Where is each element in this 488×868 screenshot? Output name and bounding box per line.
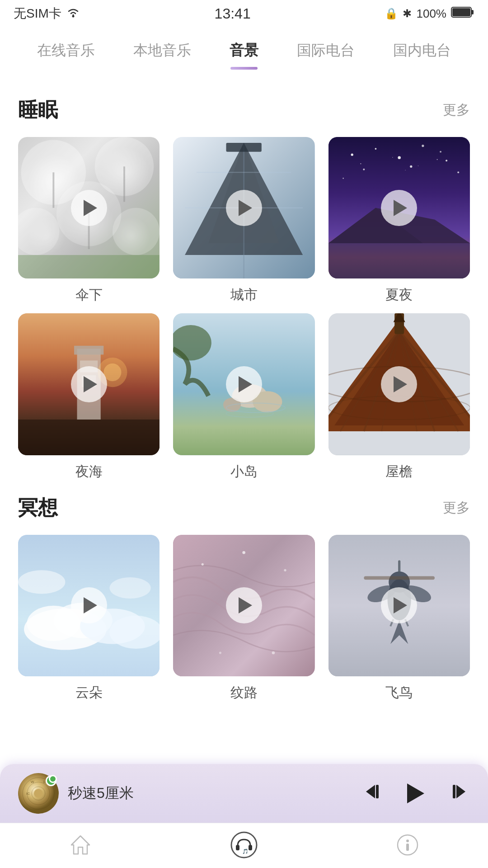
play-button-umbrella[interactable] (71, 190, 107, 226)
battery-text: 100% (416, 7, 446, 21)
label-city: 城市 (230, 286, 258, 304)
list-item-eaves[interactable]: 屋檐 (328, 313, 470, 481)
thumb-umbrella (18, 137, 160, 278)
list-item-clouds[interactable]: 云朵 (18, 535, 160, 702)
svg-rect-3 (452, 8, 470, 16)
svg-point-21 (351, 154, 353, 156)
meditation-section: 冥想 更多 (18, 495, 470, 702)
label-eaves: 屋檐 (385, 462, 413, 481)
svg-point-30 (457, 171, 459, 173)
svg-marker-96 (366, 785, 375, 798)
label-marble: 纹路 (230, 684, 258, 702)
tab-soundscape[interactable]: 音景 (221, 36, 267, 65)
svg-point-22 (375, 148, 376, 150)
tab-local-music[interactable]: 本地音乐 (124, 36, 200, 65)
meditation-section-header: 冥想 更多 (18, 495, 470, 521)
label-night-sea: 夜海 (75, 462, 103, 481)
nav-info[interactable] (396, 834, 419, 858)
label-summer-night: 夏夜 (385, 286, 413, 304)
player-title: 秒速5厘米 (68, 783, 352, 803)
main-content: 睡眠 更多 (0, 65, 488, 829)
play-button-clouds[interactable] (71, 587, 107, 623)
label-bird: 飞鸟 (385, 684, 413, 702)
nav-home[interactable] (69, 834, 92, 858)
list-item-umbrella[interactable]: 伞下 (18, 137, 160, 304)
play-button-bird[interactable] (381, 587, 417, 623)
svg-point-77 (272, 651, 275, 654)
play-button[interactable] (402, 780, 429, 807)
wifi-icon (66, 6, 80, 22)
svg-point-41 (103, 363, 121, 381)
svg-point-7 (18, 208, 59, 255)
svg-rect-12 (18, 255, 160, 278)
status-bar: 无SIM卡 13:41 🔒 ✱ 100% (0, 0, 488, 27)
list-item-marble[interactable]: 纹路 (173, 535, 314, 702)
label-island: 小岛 (230, 462, 258, 481)
status-icons: 🔒 ✱ 100% (385, 6, 474, 22)
thumb-city (173, 137, 314, 278)
sleep-row-1: 伞下 (18, 137, 470, 304)
svg-point-27 (410, 165, 412, 168)
status-carrier: 无SIM卡 (14, 5, 80, 22)
svg-point-71 (109, 577, 150, 599)
nav-music[interactable]: 🎵 (230, 831, 258, 860)
label-umbrella: 伞下 (75, 286, 103, 304)
list-item-island[interactable]: 小岛 (173, 313, 314, 481)
svg-point-26 (363, 169, 365, 170)
list-item-bird[interactable]: 飞鸟 (328, 535, 470, 702)
svg-rect-39 (18, 420, 160, 455)
svg-rect-36 (74, 346, 103, 355)
svg-rect-103 (249, 845, 252, 850)
svg-point-29 (343, 178, 344, 179)
bluetooth-icon: ✱ (403, 7, 412, 20)
list-item-summer-night[interactable]: 夏夜 (328, 137, 470, 304)
player-avatar[interactable]: W 1 IC (18, 773, 59, 814)
sleep-row-2: 夜海 (18, 313, 470, 481)
list-item-city[interactable]: 城市 (173, 137, 314, 304)
svg-point-23 (398, 156, 401, 159)
meditation-row-1: 云朵 (18, 535, 470, 702)
svg-point-8 (113, 208, 160, 255)
meditation-title: 冥想 (18, 495, 58, 521)
thumb-eaves (328, 313, 470, 455)
meditation-more-button[interactable]: 更多 (443, 499, 470, 517)
svg-marker-98 (456, 785, 465, 798)
svg-point-106 (406, 840, 409, 842)
svg-text:1: 1 (43, 780, 45, 784)
tab-online-music[interactable]: 在线音乐 (28, 36, 104, 65)
play-button-eaves[interactable] (381, 366, 417, 402)
svg-point-76 (219, 651, 221, 654)
play-button-summer-night[interactable] (381, 190, 417, 226)
list-item-night-sea[interactable]: 夜海 (18, 313, 160, 481)
play-button-island[interactable] (226, 366, 262, 402)
svg-text:IC: IC (26, 792, 30, 796)
thumb-night-sea (18, 313, 160, 455)
thumb-marble (173, 535, 314, 676)
play-button-city[interactable] (226, 190, 262, 226)
play-button-night-sea[interactable] (71, 366, 107, 402)
tab-intl-radio[interactable]: 国际电台 (288, 36, 364, 65)
status-time: 13:41 (215, 5, 251, 22)
svg-point-74 (243, 551, 246, 554)
player-bar[interactable]: W 1 IC 秒速5厘米 (0, 764, 488, 823)
svg-rect-85 (364, 576, 435, 580)
svg-rect-33 (328, 243, 470, 278)
thumb-clouds (18, 535, 160, 676)
next-button[interactable] (447, 780, 470, 807)
svg-point-0 (72, 15, 74, 17)
tab-cn-radio[interactable]: 国内电台 (384, 36, 460, 65)
svg-point-25 (446, 160, 447, 161)
play-button-marble[interactable] (226, 587, 262, 623)
tab-active-indicator (230, 67, 258, 70)
svg-rect-19 (226, 143, 262, 152)
svg-point-24 (422, 145, 424, 147)
svg-rect-107 (406, 844, 409, 851)
sleep-more-button[interactable]: 更多 (443, 101, 470, 119)
svg-rect-97 (376, 785, 379, 798)
tab-bar: 在线音乐 本地音乐 音景 国际电台 国内电台 (0, 27, 488, 65)
prev-button[interactable] (361, 780, 384, 807)
svg-point-92 (34, 789, 43, 798)
thumb-island (173, 313, 314, 455)
bottom-nav: 🎵 (0, 823, 488, 868)
svg-point-75 (284, 569, 286, 571)
